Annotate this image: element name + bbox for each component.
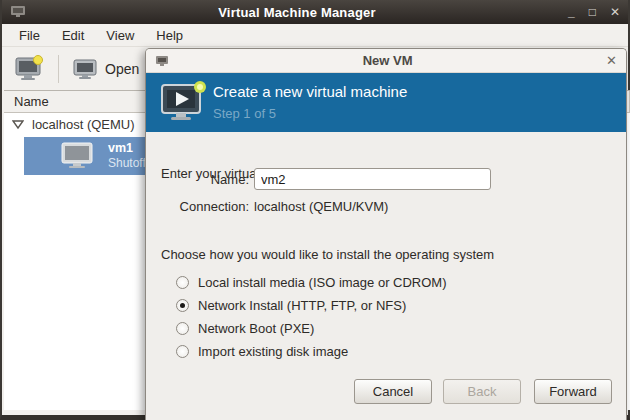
dialog-banner: Create a new virtual machine Step 1 of 5 bbox=[146, 73, 626, 132]
close-icon[interactable]: ✕ bbox=[610, 3, 620, 21]
new-vm-dialog: New VM ✕ Create a new virtual machine St… bbox=[145, 48, 627, 420]
vm-name-input[interactable] bbox=[254, 168, 491, 190]
menu-help[interactable]: Help bbox=[147, 26, 192, 45]
connection-label: Connection: bbox=[174, 199, 249, 214]
vm-monitor-icon bbox=[60, 141, 94, 172]
option-local-install-media[interactable]: Local install media (ISO image or CDROM) bbox=[176, 273, 447, 291]
window-titlebar: Virtual Machine Manager _ □ ✕ bbox=[2, 0, 628, 24]
connection-value: localhost (QEMU/KVM) bbox=[254, 199, 388, 214]
dialog-close-icon[interactable]: ✕ bbox=[606, 53, 617, 68]
app-icon bbox=[10, 5, 26, 19]
radio-icon[interactable] bbox=[176, 345, 189, 358]
vm-status: Shutoff bbox=[108, 156, 146, 171]
dialog-title: New VM bbox=[169, 53, 606, 68]
name-label: Name: bbox=[174, 172, 249, 187]
maximize-icon[interactable]: □ bbox=[589, 3, 596, 21]
window-title: Virtual Machine Manager bbox=[26, 5, 568, 20]
new-vm-button[interactable] bbox=[8, 51, 50, 86]
host-label: localhost (QEMU) bbox=[32, 117, 135, 132]
new-vm-banner-icon bbox=[159, 79, 209, 125]
radio-icon[interactable] bbox=[176, 322, 189, 335]
banner-title: Create a new virtual machine bbox=[213, 83, 407, 100]
menubar: File Edit View Help bbox=[2, 24, 628, 47]
cancel-button[interactable]: Cancel bbox=[354, 379, 432, 404]
option-label: Local install media (ISO image or CDROM) bbox=[198, 275, 447, 290]
banner-step: Step 1 of 5 bbox=[213, 106, 276, 121]
dialog-titlebar: New VM ✕ bbox=[146, 49, 626, 73]
radio-icon[interactable] bbox=[176, 299, 189, 312]
option-import-disk-image[interactable]: Import existing disk image bbox=[176, 342, 348, 360]
option-label: Import existing disk image bbox=[198, 344, 348, 359]
forward-button[interactable]: Forward bbox=[534, 379, 612, 404]
vm-name: vm1 bbox=[108, 141, 146, 156]
menu-edit[interactable]: Edit bbox=[53, 26, 93, 45]
open-button[interactable]: Open bbox=[67, 54, 145, 84]
radio-icon[interactable] bbox=[176, 276, 189, 289]
open-button-label: Open bbox=[105, 61, 139, 77]
option-label: Network Install (HTTP, FTP, or NFS) bbox=[198, 298, 406, 313]
option-network-boot-pxe[interactable]: Network Boot (PXE) bbox=[176, 319, 314, 337]
option-label: Network Boot (PXE) bbox=[198, 321, 314, 336]
menu-file[interactable]: File bbox=[10, 26, 49, 45]
toolbar-separator bbox=[58, 55, 59, 83]
minimize-icon[interactable]: _ bbox=[568, 3, 575, 21]
back-button: Back bbox=[443, 379, 521, 404]
install-method-heading: Choose how you would like to install the… bbox=[161, 247, 494, 262]
dialog-app-icon bbox=[155, 55, 169, 67]
expander-icon[interactable] bbox=[12, 118, 24, 130]
new-vm-icon bbox=[14, 55, 44, 82]
open-vm-icon bbox=[73, 58, 99, 80]
option-network-install[interactable]: Network Install (HTTP, FTP, or NFS) bbox=[176, 296, 406, 314]
menu-view[interactable]: View bbox=[97, 26, 143, 45]
